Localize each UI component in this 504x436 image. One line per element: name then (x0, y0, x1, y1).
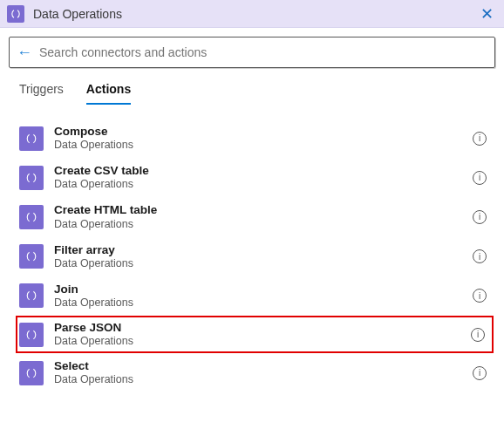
action-title: Select (54, 359, 473, 373)
back-arrow-icon[interactable]: ← (17, 44, 32, 62)
action-title: Compose (54, 125, 473, 139)
data-operations-icon (19, 166, 44, 190)
close-icon[interactable]: ✕ (477, 4, 497, 24)
action-compose[interactable]: Compose Data Operations i (19, 119, 492, 158)
action-subtitle: Data Operations (54, 296, 473, 310)
action-filter-array[interactable]: Filter array Data Operations i (19, 237, 492, 276)
panel-title: Data Operations (33, 7, 477, 21)
info-icon[interactable]: i (471, 328, 485, 342)
actions-list: Compose Data Operations i Create CSV tab… (0, 105, 504, 396)
data-operations-icon (7, 5, 24, 23)
info-icon[interactable]: i (473, 289, 487, 303)
data-operations-icon (19, 361, 44, 385)
action-text: Parse JSON Data Operations (54, 321, 471, 348)
info-icon[interactable]: i (473, 249, 487, 263)
data-operations-icon (19, 205, 44, 229)
data-operations-icon (19, 126, 44, 151)
action-create-csv-table[interactable]: Create CSV table Data Operations i (19, 158, 492, 197)
action-subtitle: Data Operations (54, 178, 473, 191)
action-title: Filter array (54, 243, 473, 257)
action-title: Parse JSON (54, 321, 471, 335)
action-title: Join (54, 283, 473, 296)
action-select[interactable]: Select Data Operations i (19, 353, 492, 392)
info-icon[interactable]: i (473, 132, 487, 146)
action-text: Create CSV table Data Operations (54, 164, 473, 191)
action-text: Compose Data Operations (54, 125, 473, 152)
tab-bar: Triggers Actions (0, 73, 504, 105)
search-input[interactable] (39, 45, 487, 59)
action-text: Create HTML table Data Operations (54, 203, 473, 230)
action-title: Create HTML table (54, 203, 473, 217)
action-subtitle: Data Operations (54, 257, 473, 270)
action-create-html-table[interactable]: Create HTML table Data Operations i (19, 197, 492, 236)
data-operations-icon (19, 244, 44, 269)
action-join[interactable]: Join Data Operations i (19, 276, 492, 316)
action-text: Join Data Operations (54, 283, 473, 310)
action-text: Filter array Data Operations (54, 243, 473, 270)
data-operations-icon (19, 323, 44, 347)
panel-header: Data Operations ✕ (0, 0, 504, 28)
action-parse-json[interactable]: Parse JSON Data Operations i (16, 316, 494, 353)
action-subtitle: Data Operations (54, 139, 473, 152)
info-icon[interactable]: i (473, 171, 487, 185)
action-text: Select Data Operations (54, 359, 473, 386)
action-subtitle: Data Operations (54, 218, 473, 231)
search-box[interactable]: ← (9, 37, 495, 68)
info-icon[interactable]: i (473, 210, 487, 224)
action-title: Create CSV table (54, 164, 473, 178)
action-subtitle: Data Operations (54, 335, 471, 348)
data-operations-icon (19, 283, 44, 308)
action-subtitle: Data Operations (54, 373, 473, 386)
info-icon[interactable]: i (473, 366, 487, 380)
tab-triggers[interactable]: Triggers (19, 82, 64, 105)
tab-actions[interactable]: Actions (86, 82, 131, 105)
